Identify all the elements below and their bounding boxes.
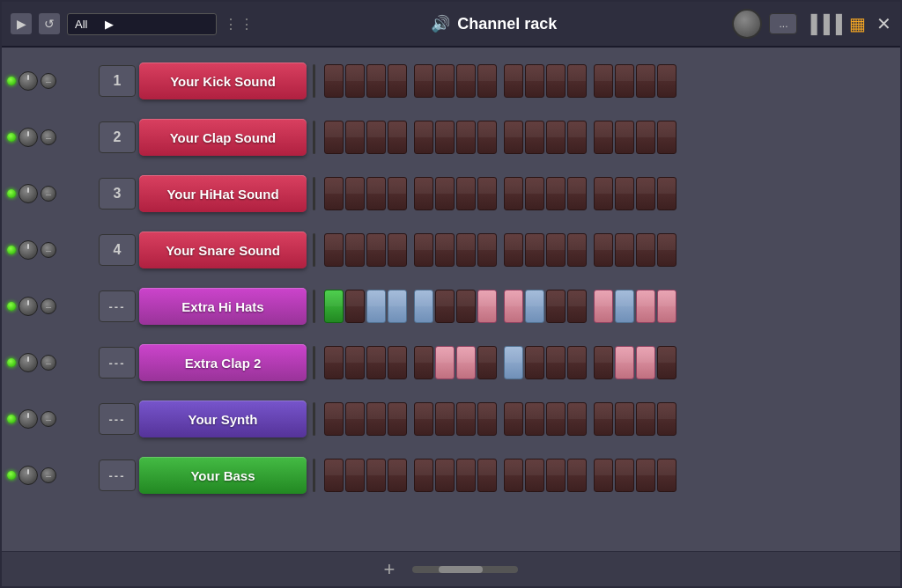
step-button[interactable]: [525, 64, 544, 98]
step-button[interactable]: [657, 346, 676, 379]
step-button[interactable]: [388, 459, 407, 492]
step-button[interactable]: [567, 459, 587, 492]
channel-led[interactable]: [7, 189, 16, 198]
step-button[interactable]: [414, 402, 433, 436]
channel-name-button[interactable]: Your Kick Sound: [139, 62, 307, 99]
step-button[interactable]: [366, 177, 386, 210]
step-button[interactable]: [567, 402, 587, 436]
step-button[interactable]: [525, 121, 544, 154]
bars-icon[interactable]: ▐▐▐: [804, 14, 842, 34]
drag-handle[interactable]: ⋮⋮: [224, 16, 255, 33]
step-button[interactable]: [477, 121, 497, 154]
step-button[interactable]: [414, 121, 433, 154]
step-button[interactable]: [504, 459, 523, 492]
channel-number[interactable]: ---: [99, 347, 136, 379]
step-button[interactable]: [525, 459, 544, 492]
step-button[interactable]: [366, 402, 386, 436]
step-button[interactable]: [345, 177, 365, 210]
step-button[interactable]: [345, 121, 365, 154]
step-button[interactable]: [504, 402, 523, 436]
step-button[interactable]: [567, 64, 587, 98]
step-button[interactable]: [366, 121, 386, 154]
step-button[interactable]: [345, 459, 365, 492]
step-button[interactable]: [324, 402, 344, 436]
step-button[interactable]: [456, 121, 476, 154]
channel-volume-knob[interactable]: [18, 184, 38, 203]
channel-led[interactable]: [7, 77, 16, 85]
step-button[interactable]: [657, 233, 676, 267]
step-button[interactable]: [657, 459, 676, 492]
step-button[interactable]: [594, 233, 613, 267]
step-button[interactable]: [414, 459, 433, 492]
step-button[interactable]: [435, 121, 455, 154]
step-button[interactable]: [546, 346, 566, 379]
step-button[interactable]: [414, 346, 433, 379]
channel-volume-knob[interactable]: [18, 409, 38, 429]
step-button[interactable]: [456, 64, 476, 98]
channel-pan-btn[interactable]: –: [41, 411, 56, 427]
channel-pan-btn[interactable]: –: [41, 355, 56, 371]
channel-volume-knob[interactable]: [18, 466, 38, 485]
step-button[interactable]: [366, 233, 386, 267]
step-button[interactable]: [525, 233, 544, 267]
step-button[interactable]: [525, 177, 544, 210]
step-button[interactable]: [435, 64, 455, 98]
menu-button[interactable]: ...: [769, 13, 797, 34]
channel-pan-btn[interactable]: –: [41, 242, 56, 258]
step-button[interactable]: [525, 346, 544, 379]
step-button[interactable]: [477, 64, 497, 98]
step-button[interactable]: [324, 64, 344, 98]
step-button[interactable]: [615, 233, 634, 267]
step-button[interactable]: [615, 402, 634, 436]
play-button[interactable]: ▶: [11, 13, 32, 34]
step-button[interactable]: [435, 346, 455, 379]
step-button[interactable]: [615, 177, 634, 210]
step-button[interactable]: [324, 290, 344, 323]
channel-name-button[interactable]: Your Clap Sound: [139, 119, 307, 156]
channel-led[interactable]: [7, 302, 16, 311]
step-button[interactable]: [366, 459, 386, 492]
step-button[interactable]: [567, 177, 587, 210]
channel-name-button[interactable]: Extra Hi Hats: [139, 288, 307, 325]
step-button[interactable]: [504, 121, 523, 154]
step-button[interactable]: [456, 290, 476, 323]
step-button[interactable]: [477, 233, 497, 267]
step-button[interactable]: [345, 233, 365, 267]
step-button[interactable]: [324, 459, 344, 492]
step-button[interactable]: [477, 459, 497, 492]
channel-name-button[interactable]: Your HiHat Sound: [139, 175, 307, 212]
step-button[interactable]: [504, 64, 523, 98]
step-button[interactable]: [435, 233, 455, 267]
close-button[interactable]: ✕: [876, 13, 891, 34]
step-button[interactable]: [594, 64, 613, 98]
step-button[interactable]: [435, 177, 455, 210]
channel-number[interactable]: ---: [99, 459, 136, 491]
step-button[interactable]: [615, 346, 634, 379]
step-button[interactable]: [567, 346, 587, 379]
horizontal-scrollbar[interactable]: [412, 566, 518, 573]
step-button[interactable]: [456, 177, 476, 210]
step-button[interactable]: [657, 290, 676, 323]
step-button[interactable]: [615, 459, 634, 492]
channel-pan-btn[interactable]: –: [41, 73, 56, 89]
step-button[interactable]: [546, 121, 566, 154]
step-button[interactable]: [414, 233, 433, 267]
step-button[interactable]: [388, 64, 407, 98]
step-button[interactable]: [615, 64, 634, 98]
step-button[interactable]: [388, 402, 407, 436]
channel-volume-knob[interactable]: [18, 71, 38, 91]
step-button[interactable]: [567, 121, 587, 154]
step-button[interactable]: [525, 402, 544, 436]
step-button[interactable]: [456, 402, 476, 436]
step-button[interactable]: [345, 290, 365, 323]
step-button[interactable]: [366, 290, 386, 323]
step-button[interactable]: [567, 233, 587, 267]
channel-led[interactable]: [7, 246, 16, 254]
step-button[interactable]: [594, 290, 613, 323]
step-button[interactable]: [324, 346, 344, 379]
step-button[interactable]: [324, 233, 344, 267]
step-button[interactable]: [456, 346, 476, 379]
channel-volume-knob[interactable]: [18, 128, 38, 147]
step-button[interactable]: [388, 121, 407, 154]
channel-name-button[interactable]: Your Snare Sound: [139, 232, 307, 268]
